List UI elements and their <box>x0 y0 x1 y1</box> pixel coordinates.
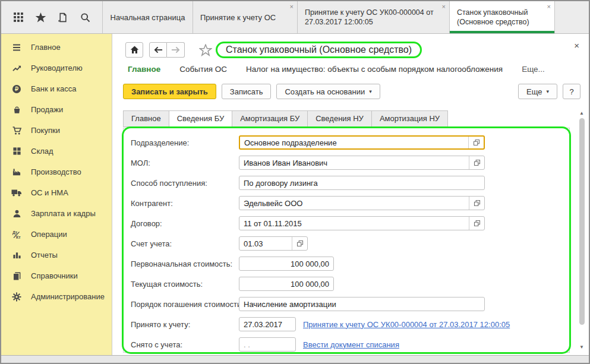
nav-link-os-events[interactable]: События ОС <box>179 65 227 74</box>
forward-button[interactable] <box>167 42 185 58</box>
command-bar: Записать и закрыть Записать Создать на о… <box>123 84 580 99</box>
field-label: Счет учета: <box>131 239 239 248</box>
close-form-icon[interactable]: × <box>574 41 579 50</box>
search-icon[interactable] <box>77 10 93 25</box>
sidebar-item-warehouse[interactable]: Склад <box>1 141 112 162</box>
application-window: Начальная страница Принятие к учету ОС ×… <box>0 0 590 364</box>
books-icon <box>11 271 23 281</box>
sidebar-item-purchases[interactable]: Покупки <box>1 120 112 141</box>
sidebar-item-payroll-hr[interactable]: Зарплата и кадры <box>1 203 112 224</box>
debit-credit-icon: ДтКт <box>11 229 23 240</box>
sidebar-item-sales[interactable]: Продажи <box>1 99 112 120</box>
nav-link-more[interactable]: Еще... <box>522 65 545 74</box>
acquisition-method-field[interactable]: По договору лизинга <box>239 176 485 190</box>
history-nav-group <box>149 42 185 58</box>
more-button[interactable]: Еще ▾ <box>518 84 557 99</box>
accepted-date-field[interactable]: 27.03.2017 <box>239 317 296 331</box>
person-icon <box>11 208 23 219</box>
sidebar-item-bank-cash[interactable]: ₽ Банк и касса <box>1 78 112 99</box>
main-menu-icon <box>11 42 23 53</box>
field-label: МОЛ: <box>131 159 239 167</box>
chevron-down-icon: ▾ <box>546 88 549 94</box>
close-icon[interactable]: × <box>442 4 446 10</box>
form-tab-bu-depreciation[interactable]: Амортизация БУ <box>232 110 308 127</box>
sidebar-item-operations[interactable]: ДтКт Операции <box>1 224 112 245</box>
sidebar-item-references[interactable]: Справочники <box>1 265 112 286</box>
scroll-up-icon[interactable]: ▲ <box>579 110 584 117</box>
form-tab-bu-info[interactable]: Сведения БУ <box>169 110 233 127</box>
factory-icon <box>11 167 23 178</box>
svg-text:₽: ₽ <box>15 86 18 92</box>
forward-icon <box>171 46 180 53</box>
create-based-on-button[interactable]: Создать на основании ▾ <box>276 84 380 99</box>
scrollbar-thumb[interactable] <box>579 118 585 325</box>
form-tab-nu-depreciation[interactable]: Амортизация НУ <box>372 110 448 127</box>
sidebar-item-fixed-assets[interactable]: ОС и НМА <box>1 182 112 203</box>
tab-home-page[interactable]: Начальная страница <box>102 1 193 33</box>
responsible-person-field[interactable]: Иванов Иван Иванович <box>239 156 485 170</box>
field-label: Договор: <box>131 219 239 228</box>
contract-field[interactable]: 11 от 01.11.2015 <box>239 216 485 230</box>
open-picker-icon[interactable] <box>292 237 307 250</box>
truck-icon <box>11 188 23 198</box>
quick-tools-panel <box>1 1 102 33</box>
open-picker-icon[interactable] <box>469 197 484 210</box>
nav-link-property-tax[interactable]: Налог на имущество: объекты с особым пор… <box>246 65 503 74</box>
department-field[interactable]: Основное подразделение <box>239 135 485 150</box>
sidebar-item-production[interactable]: Производство <box>1 162 112 182</box>
open-picker-icon[interactable] <box>469 156 484 169</box>
acceptance-document-link[interactable]: Принятие к учету ОС УК00-000004 от 27.03… <box>303 320 510 329</box>
form-content-area: Станок упаковочный (Основное средство) ×… <box>112 34 589 357</box>
scroll-down-icon[interactable]: ▼ <box>579 344 584 351</box>
help-button[interactable]: ? <box>563 84 580 99</box>
nav-link-main[interactable]: Главное <box>128 65 160 74</box>
gear-icon <box>11 292 23 302</box>
field-label: Контрагент: <box>131 199 239 208</box>
sections-sidebar: Главное Руководителю ₽ Банк и касса Прод… <box>1 34 112 357</box>
save-and-close-button[interactable]: Записать и закрыть <box>123 84 216 99</box>
back-button[interactable] <box>149 42 167 58</box>
sidebar-item-administration[interactable]: Администрирование <box>1 286 112 307</box>
current-cost-field[interactable]: 100 000,00 <box>239 277 334 291</box>
cost-repayment-field[interactable]: Начисление амортизации <box>239 297 485 311</box>
window-tab-strip: Начальная страница Принятие к учету ОС ×… <box>102 1 589 33</box>
page-title: Станок упаковочный (Основное средство) <box>216 42 422 58</box>
account-field[interactable]: 01.03 <box>239 236 308 251</box>
star-outline-icon[interactable] <box>199 44 212 56</box>
counterparty-field[interactable]: Эдельвейс ООО <box>239 196 485 210</box>
bar-chart-icon <box>11 250 23 261</box>
svg-text:Кт: Кт <box>16 235 21 239</box>
close-icon[interactable]: × <box>547 4 551 10</box>
history-icon[interactable] <box>55 10 71 25</box>
form-tab-nu-info[interactable]: Сведения НУ <box>308 110 372 127</box>
sidebar-item-reports[interactable]: Отчеты <box>1 245 112 265</box>
vertical-scrollbar[interactable]: ▲ ▼ <box>578 110 585 351</box>
window-bottom-strip <box>1 355 589 363</box>
cart-icon <box>11 125 23 136</box>
menu-grid-icon[interactable] <box>11 10 26 25</box>
tab-acceptance-document[interactable]: Принятие к учету ОС УК00-000004 от 27.03… <box>297 1 449 33</box>
section-nav: Главное События ОС Налог на имущество: о… <box>128 65 545 74</box>
favorites-star-icon[interactable] <box>33 10 48 25</box>
field-label: Текущая стоимость: <box>131 280 239 289</box>
bu-info-tab-panel: Подразделение: Основное подразделение МО… <box>122 126 571 354</box>
field-label: Принято к учету: <box>131 320 239 329</box>
trend-chart-icon <box>11 63 23 74</box>
retired-date-field[interactable]: . . <box>239 337 296 352</box>
back-icon <box>154 46 163 53</box>
save-button[interactable]: Записать <box>222 84 272 99</box>
field-label: Способ поступления: <box>131 179 239 188</box>
writeoff-document-link[interactable]: Ввести документ списания <box>303 340 399 349</box>
home-button[interactable] <box>125 42 143 58</box>
field-label: Снято с учета: <box>131 340 239 349</box>
sidebar-item-main[interactable]: Главное <box>1 37 112 58</box>
open-picker-icon[interactable] <box>468 137 484 148</box>
open-picker-icon[interactable] <box>469 217 484 230</box>
tab-fixed-asset-card[interactable]: Станок упаковочный (Основное средство) × <box>449 1 555 33</box>
close-icon[interactable]: × <box>290 4 294 10</box>
form-tab-main[interactable]: Главное <box>123 110 169 127</box>
initial-cost-field[interactable]: 100 000,00 <box>239 257 334 271</box>
tab-acceptance-list[interactable]: Принятие к учету ОС × <box>193 1 297 33</box>
window-top-bar: Начальная страница Принятие к учету ОС ×… <box>1 1 589 34</box>
sidebar-item-manager[interactable]: Руководителю <box>1 58 112 78</box>
